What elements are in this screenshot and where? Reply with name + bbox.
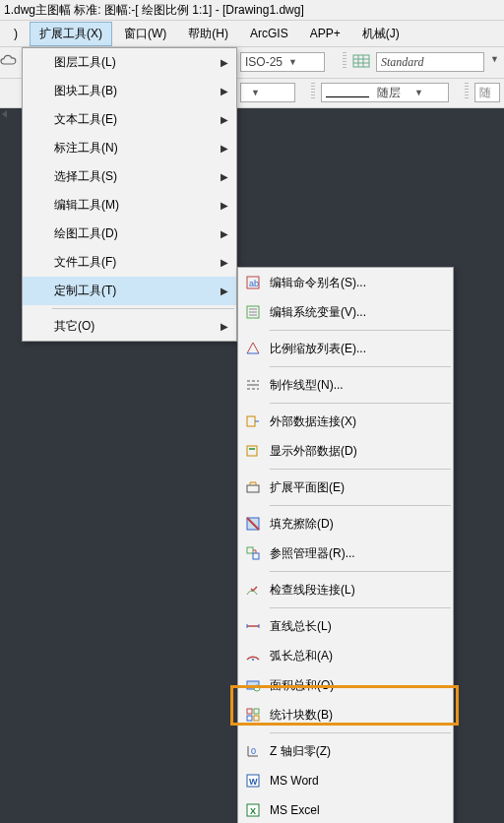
submenu-arrow-icon: ▶: [219, 171, 228, 182]
flatten-icon: [245, 479, 261, 495]
menu-item-label: 绘图工具(D): [50, 225, 219, 242]
menu-partial[interactable]: ): [4, 23, 28, 44]
main-menu-item-4[interactable]: 选择工具(S)▶: [23, 162, 236, 191]
submenu-item-refmgr[interactable]: 参照管理器(R)...: [238, 538, 453, 568]
menu-arcgis[interactable]: ArcGIS: [240, 23, 298, 44]
submenu-item-label: 检查线段连接(L): [268, 582, 445, 599]
menu-mech[interactable]: 机械(J): [352, 22, 410, 46]
main-menu-item-8[interactable]: 定制工具(T)▶: [23, 277, 236, 305]
submenu-arrow-icon: ▶: [219, 228, 228, 239]
svg-point-17: [254, 685, 260, 691]
svg-rect-0: [353, 55, 369, 67]
submenu-item-scalelist[interactable]: 比例缩放列表(E)...: [238, 334, 453, 363]
svg-rect-14: [253, 553, 259, 559]
svg-point-15: [252, 659, 254, 661]
submenu-item-zzero[interactable]: 0Z 轴归零(Z): [238, 736, 453, 766]
submenu-item-statblk[interactable]: 统计块数(B): [238, 700, 453, 729]
submenu-item-filldel[interactable]: 填充擦除(D): [238, 509, 453, 538]
submenu-arrow-icon: ▶: [219, 143, 228, 154]
submenu-item-label: 弧长总和(A): [268, 648, 445, 665]
menu-item-label: 图块工具(B): [50, 83, 219, 99]
main-menu-item-1[interactable]: 图块工具(B)▶: [23, 77, 236, 105]
submenu-item-label: MS Word: [268, 774, 445, 788]
submenu-item-alias[interactable]: ab编辑命令别名(S)...: [238, 268, 453, 297]
svg-text:X: X: [250, 806, 256, 816]
submenu-item-showext[interactable]: 显示外部数据(D): [238, 436, 453, 466]
main-menu-item-5[interactable]: 编辑工具(M)▶: [23, 191, 236, 220]
submenu-item-msword[interactable]: WMS Word: [238, 766, 453, 795]
menu-icon-col: [23, 220, 50, 248]
main-menu-item-9[interactable]: 其它(O)▶: [23, 312, 236, 341]
submenu-arrow-icon: ▶: [219, 285, 228, 296]
svg-rect-13: [247, 547, 253, 553]
ext-tools-dropdown: 图层工具(L)▶图块工具(B)▶文本工具(E)▶标注工具(N)▶选择工具(S)▶…: [22, 47, 237, 342]
submenu-icon-col: X: [238, 795, 268, 823]
submenu-item-label: 编辑命令别名(S)...: [268, 275, 445, 291]
submenu-icon-col: [238, 473, 268, 502]
msword-icon: W: [245, 773, 261, 789]
menu-ext-tools[interactable]: 扩展工具(X): [30, 22, 112, 46]
main-menu-item-6[interactable]: 绘图工具(D)▶: [23, 220, 236, 248]
submenu-item-label: Z 轴归零(Z): [268, 743, 445, 760]
table-icon[interactable]: [352, 53, 370, 69]
svg-rect-19: [254, 709, 259, 714]
textstyle-combo[interactable]: Standard: [376, 52, 484, 72]
submenu-item-linelen[interactable]: 直线总长(L): [238, 611, 453, 641]
submenu-item-label: 编辑系统变量(V)...: [268, 304, 445, 321]
combo-empty[interactable]: ▼: [240, 83, 295, 102]
menu-icon-col: [23, 134, 50, 162]
submenu-item-label: 制作线型(N)...: [268, 377, 445, 394]
menu-help[interactable]: 帮助(H): [178, 22, 238, 46]
submenu-icon-col: [238, 509, 268, 538]
submenu-item-linetype[interactable]: 制作线型(N)...: [238, 370, 453, 400]
chevron-down-icon: ▼: [288, 57, 297, 67]
linetype-right-combo[interactable]: 随: [474, 83, 500, 102]
submenu-item-checkseg[interactable]: 检查线段连接(L): [238, 575, 453, 604]
refmgr-icon: [245, 545, 261, 561]
menu-icon-col: [23, 162, 50, 191]
linetype-combo[interactable]: 随层 ▼: [321, 83, 449, 102]
extdata-icon: [245, 413, 261, 429]
main-menu-item-7[interactable]: 文件工具(F)▶: [23, 248, 236, 277]
submenu-item-arclen[interactable]: 弧长总和(A): [238, 641, 453, 670]
submenu-item-label: 统计块数(B): [268, 707, 445, 724]
linetype-right-value: 随: [479, 85, 491, 101]
dimstyle-value: ISO-25: [245, 55, 283, 69]
submenu-item-label: 扩展平面图(E): [268, 479, 445, 496]
menu-icon-col: [23, 277, 50, 305]
main-menu-item-0[interactable]: 图层工具(L)▶: [23, 48, 236, 77]
submenu-item-areatot[interactable]: 面积总和(O): [238, 670, 453, 700]
menu-window[interactable]: 窗口(W): [114, 22, 176, 46]
submenu-item-flatten[interactable]: 扩展平面图(E): [238, 473, 453, 502]
submenu-icon-col: [238, 575, 268, 604]
main-menu-item-2[interactable]: 文本工具(E)▶: [23, 105, 236, 134]
submenu-item-extdata[interactable]: 外部数据连接(X): [238, 407, 453, 436]
submenu-icon-col: [238, 297, 268, 327]
svg-rect-9: [247, 446, 257, 456]
title-bar: 1.dwg主图幅 标准: 图幅:-[ 绘图比例 1:1] - [Drawing1…: [0, 0, 504, 20]
cloud-icon[interactable]: [0, 53, 18, 69]
submenu-icon-col: [238, 611, 268, 641]
submenu-icon-col: [238, 334, 268, 363]
toolbar-grip[interactable]: [339, 52, 350, 70]
main-menu-item-3[interactable]: 标注工具(N)▶: [23, 134, 236, 162]
canvas-tri-left[interactable]: [2, 110, 7, 118]
toolbar-grip-2[interactable]: [307, 83, 319, 100]
scalelist-icon: [245, 341, 261, 356]
submenu-item-label: 填充擦除(D): [268, 516, 445, 533]
textstyle-drop[interactable]: ▼: [490, 54, 499, 64]
submenu-item-msexcel[interactable]: XMS Excel: [238, 795, 453, 823]
arclen-icon: [245, 648, 261, 664]
submenu-icon-col: [238, 700, 268, 729]
submenu-icon-col: 0: [238, 736, 268, 766]
menu-appplus[interactable]: APP+: [300, 23, 350, 44]
toolbar-grip-3[interactable]: [461, 83, 472, 100]
submenu-arrow-icon: ▶: [219, 200, 228, 211]
submenu-icon-col: [238, 538, 268, 568]
linetype-icon: [245, 377, 261, 393]
svg-rect-8: [247, 416, 255, 426]
dimstyle-combo[interactable]: ISO-25 ▼: [240, 52, 325, 72]
submenu-item-label: 参照管理器(R)...: [268, 545, 445, 562]
submenu-icon-col: W: [238, 766, 268, 795]
submenu-item-sysvar[interactable]: 编辑系统变量(V)...: [238, 297, 453, 327]
